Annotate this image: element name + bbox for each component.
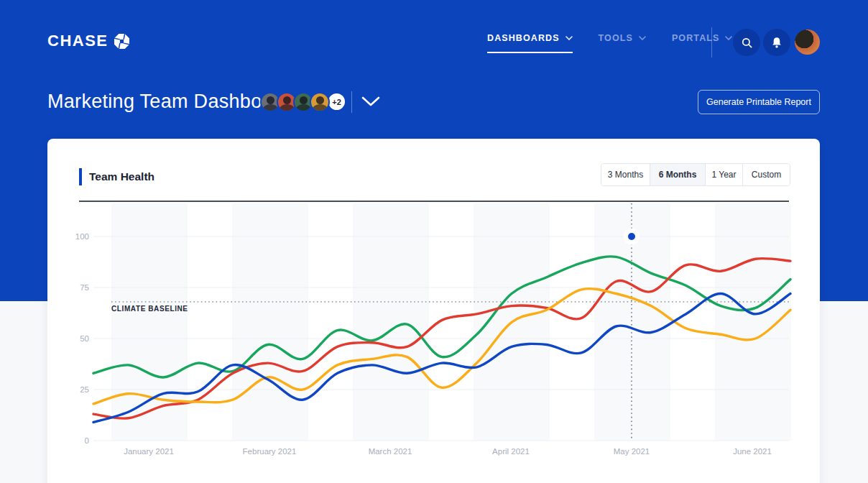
nav-item-label: TOOLS — [599, 33, 633, 43]
notifications-button[interactable] — [763, 29, 790, 56]
x-tick-label: January 2021 — [124, 447, 174, 456]
topbar-divider — [711, 27, 712, 58]
generate-report-button[interactable]: Generate Printable Report — [698, 90, 820, 114]
search-icon — [741, 37, 753, 49]
title-divider — [351, 91, 352, 113]
page-title: Marketing Team Dashboard — [47, 91, 290, 113]
chart-area: 0255075100January 2021February 2021March… — [47, 139, 820, 483]
team-avatar-stack[interactable]: +2 — [260, 92, 346, 112]
nav-item-portals[interactable]: PORTALS — [672, 33, 733, 53]
chevron-down-icon — [565, 36, 573, 40]
chart-line-yellow — [93, 289, 790, 404]
month-stripe — [715, 203, 791, 441]
marker-dot — [628, 233, 635, 240]
nav-item-tools[interactable]: TOOLS — [599, 33, 646, 53]
main-nav: DASHBOARDSTOOLSPORTALS — [487, 33, 732, 53]
x-tick-label: March 2021 — [369, 447, 412, 456]
extra-members-badge[interactable]: +2 — [327, 92, 346, 111]
y-tick-label: 75 — [80, 283, 89, 292]
team-health-card: Team Health 3 Months6 Months1 YearCustom… — [47, 139, 820, 483]
y-tick-label: 100 — [75, 232, 89, 241]
x-tick-label: June 2021 — [733, 447, 772, 456]
bell-icon — [771, 37, 782, 49]
team-member-avatar[interactable] — [310, 92, 330, 112]
chevron-down-icon — [361, 96, 380, 107]
chevron-down-icon — [725, 36, 732, 40]
team-health-chart: 0255075100January 2021February 2021March… — [47, 139, 820, 483]
nav-item-label: PORTALS — [672, 33, 720, 43]
month-stripe — [353, 203, 429, 441]
chase-logo[interactable]: CHASE — [47, 32, 129, 50]
y-tick-label: 50 — [80, 334, 89, 343]
month-stripe — [232, 203, 308, 441]
chase-octagon-icon — [114, 34, 129, 49]
x-tick-label: February 2021 — [243, 447, 297, 456]
nav-item-dashboards[interactable]: DASHBOARDS — [487, 33, 573, 53]
x-tick-label: May 2021 — [614, 447, 650, 456]
chevron-down-icon — [639, 36, 646, 40]
chart-line-green — [93, 257, 790, 377]
y-tick-label: 25 — [80, 385, 89, 394]
user-avatar[interactable] — [795, 29, 820, 55]
y-tick-label: 0 — [85, 436, 89, 445]
x-tick-label: April 2021 — [492, 447, 530, 456]
search-button[interactable] — [733, 29, 760, 56]
chase-wordmark: CHASE — [47, 32, 108, 50]
nav-item-label: DASHBOARDS — [487, 33, 560, 43]
dashboard-expand-control[interactable] — [361, 96, 380, 110]
climate-baseline-label: CLIMATE BASELINE — [111, 305, 188, 313]
